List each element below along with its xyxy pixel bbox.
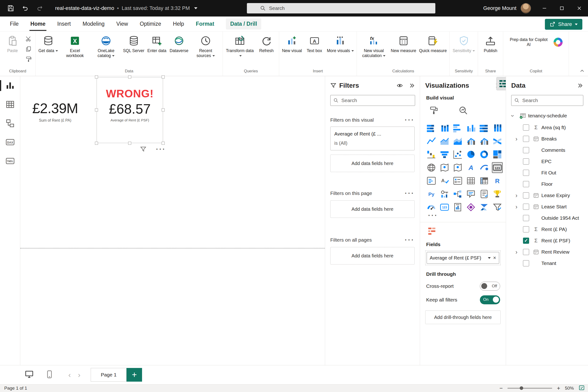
field-checkbox[interactable]: [523, 192, 529, 198]
redo-icon[interactable]: [36, 4, 44, 12]
data-field-lease-start[interactable]: ›Lease Start: [506, 201, 588, 212]
quick-measure-button[interactable]: Quick measure: [418, 34, 448, 54]
visual-type-pie-chart[interactable]: [466, 149, 476, 160]
field-checkbox[interactable]: [523, 136, 529, 142]
tab-view[interactable]: View: [116, 21, 128, 27]
previous-page-icon[interactable]: ‹: [68, 371, 71, 378]
visual-type-gauge[interactable]: [426, 202, 437, 212]
visual-type-100-stacked-column-chart[interactable]: [492, 123, 503, 133]
visual-type-power-automate[interactable]: [479, 202, 489, 212]
data-field-lease-expiry[interactable]: ›Lease Expiry: [506, 190, 588, 201]
resize-handle[interactable]: [95, 76, 98, 78]
data-field-rent-review[interactable]: ›Rent Review: [506, 246, 588, 258]
collapse-ribbon-icon[interactable]: [580, 68, 585, 74]
field-checkbox[interactable]: [523, 204, 529, 210]
visual-type-metrics[interactable]: [492, 189, 503, 199]
data-field-rent-psf[interactable]: ΣRent (£ PSF): [506, 235, 588, 246]
collapse-pane-icon[interactable]: [409, 82, 415, 89]
visual-type-filled-map[interactable]: [439, 162, 450, 173]
collapse-pane-icon[interactable]: [577, 82, 583, 89]
sensitivity-button[interactable]: Sensitivity: [451, 34, 476, 54]
field-checkbox[interactable]: [523, 124, 529, 130]
visual-type-stacked-bar-chart[interactable]: [426, 123, 437, 133]
paste-button[interactable]: Paste: [1, 34, 23, 54]
visual-type-multi-row-card[interactable]: [426, 176, 437, 186]
new-visual-button[interactable]: New visual: [281, 34, 303, 54]
dax-query-view-button[interactable]: DAX: [0, 133, 20, 152]
save-icon[interactable]: [6, 4, 14, 12]
data-field-rent-pa[interactable]: ΣRent (£ PA): [506, 224, 588, 235]
visual-type-arcgis-map[interactable]: [479, 162, 489, 173]
visual-type-clustered-bar-chart[interactable]: [453, 123, 463, 133]
resize-handle[interactable]: [95, 142, 98, 145]
visual-type-scatter-chart[interactable]: [453, 149, 463, 160]
data-field-outside-1954-act[interactable]: Outside 1954 Act: [506, 212, 588, 224]
table-view-button[interactable]: [0, 95, 20, 114]
visual-type-stacked-area-chart[interactable]: [453, 136, 463, 146]
bricks-icon[interactable]: [427, 226, 437, 236]
tab-home[interactable]: Home: [30, 21, 45, 27]
tab-format[interactable]: Format: [196, 21, 214, 27]
keep-all-filters-toggle[interactable]: On: [480, 295, 500, 304]
resize-handle[interactable]: [162, 142, 165, 145]
data-search-input[interactable]: Search: [511, 95, 583, 106]
visual-type-decomposition-tree[interactable]: [453, 189, 463, 199]
field-checkbox[interactable]: [523, 147, 529, 153]
visual-type-line-chart[interactable]: [426, 136, 437, 146]
tab-modeling[interactable]: Modeling: [83, 21, 105, 27]
field-checkbox[interactable]: [523, 249, 529, 255]
analytics-icon[interactable]: [457, 104, 470, 117]
visual-type-line-and-stacked-column-chart[interactable]: [466, 136, 476, 146]
visual-type-key-influencers[interactable]: [439, 189, 450, 199]
visual-type-kpi[interactable]: A: [439, 176, 450, 186]
minimize-button[interactable]: [536, 0, 553, 16]
publish-button[interactable]: Publish: [479, 34, 502, 54]
data-field-area-sq-ft[interactable]: ΣArea (sq ft): [506, 122, 588, 133]
title-caret-icon[interactable]: [194, 7, 197, 9]
tab-help[interactable]: Help: [173, 21, 184, 27]
get-data-button[interactable]: Get data: [37, 34, 59, 54]
cross-report-toggle[interactable]: Off: [480, 282, 500, 291]
visual-more-options-icon[interactable]: [156, 148, 166, 150]
visual-type-paginated-report[interactable]: [453, 202, 463, 212]
copy-icon[interactable]: [25, 46, 31, 53]
transform-data-button[interactable]: Transform data: [224, 34, 255, 59]
data-field-tenant[interactable]: Tenant: [506, 258, 588, 269]
model-view-button[interactable]: [0, 114, 20, 133]
resize-handle[interactable]: [128, 76, 131, 78]
desktop-layout-icon[interactable]: [24, 370, 34, 380]
zoom-slider-knob[interactable]: [520, 386, 523, 390]
field-checkbox[interactable]: [523, 181, 529, 187]
visual-type-slicer[interactable]: [453, 176, 463, 186]
visual-type-line-and-clustered-column-chart[interactable]: [479, 136, 489, 146]
add-data-fields-dropzone[interactable]: Add data fields here: [330, 155, 415, 172]
cut-icon[interactable]: [25, 36, 31, 43]
excel-workbook-button[interactable]: X Excel workbook: [59, 34, 90, 59]
data-field-epc[interactable]: EPC: [506, 156, 588, 167]
page-tab[interactable]: Page 1: [91, 368, 126, 382]
visual-type-ribbon-chart[interactable]: [492, 136, 503, 146]
visual-type-table[interactable]: [466, 176, 476, 186]
card-visual-rent-pa[interactable]: £2.39M Sum of Rent (£ PA): [25, 100, 85, 122]
data-field-floor[interactable]: Floor: [506, 178, 588, 190]
field-checkbox[interactable]: [523, 215, 529, 221]
field-chip[interactable]: Average of Rent (£ PSF) ×: [427, 252, 499, 264]
resize-handle[interactable]: [128, 142, 131, 145]
collapse-table-chevron[interactable]: ›: [512, 112, 519, 119]
data-field-breaks[interactable]: ›Breaks: [506, 133, 588, 144]
recent-sources-button[interactable]: Recent sources: [190, 34, 221, 59]
add-drill-through-dropzone[interactable]: Add drill-through fields here: [425, 310, 501, 324]
expand-chevron-icon[interactable]: ›: [516, 204, 523, 210]
visual-type-shape-map[interactable]: [453, 162, 463, 173]
field-checkbox[interactable]: [523, 158, 529, 164]
zoom-slider[interactable]: [507, 388, 552, 389]
new-page-button[interactable]: [126, 368, 142, 382]
visual-type-donut-chart[interactable]: [479, 149, 489, 160]
card-visual-rent-psf-selected[interactable]: WRONG! £68.57 Average of Rent (£ PSF): [97, 77, 163, 143]
fields-well[interactable]: Average of Rent (£ PSF) ×: [425, 250, 501, 265]
add-data-fields-dropzone[interactable]: Add data fields here: [330, 200, 415, 218]
field-checkbox[interactable]: [523, 170, 529, 176]
new-measure-button[interactable]: New measure: [389, 34, 418, 54]
tab-file[interactable]: File: [10, 21, 19, 27]
share-button[interactable]: Share: [545, 19, 582, 30]
